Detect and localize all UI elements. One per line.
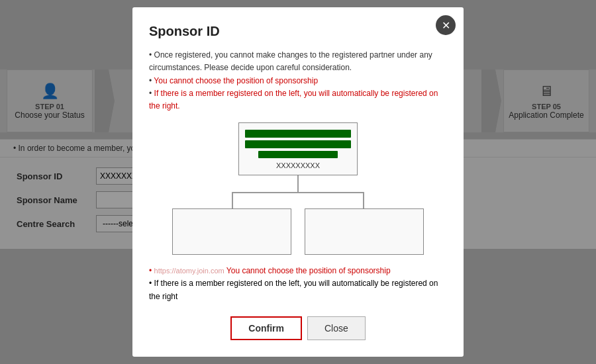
modal-note-3: • If there is a member registered on the… <box>149 87 447 113</box>
tree-connector <box>205 175 391 208</box>
close-button[interactable]: Close <box>307 316 366 340</box>
confirm-button[interactable]: Confirm <box>230 316 302 340</box>
sponsor-id-modal: ✕ Sponsor ID • Once registered, you cann… <box>132 7 464 357</box>
tree-node-id: XXXXXXXXX <box>276 161 320 169</box>
tree-horizontal-wrapper <box>205 192 391 208</box>
tree-top-node: XXXXXXXXX <box>238 122 358 175</box>
tree-diagram: XXXXXXXXX <box>149 122 447 255</box>
tree-node-line-1 <box>245 130 351 138</box>
modal-buttons: Confirm Close <box>149 316 447 340</box>
modal-close-button[interactable]: ✕ <box>436 15 456 35</box>
modal-bottom-note-2: • If there is a member registered on the… <box>149 277 447 302</box>
tree-node-line-2 <box>245 140 351 148</box>
modal-bottom-note-1: • https://atomy.join.com You cannot choo… <box>149 265 447 277</box>
tree-children <box>172 208 424 255</box>
tree-child-right <box>305 208 424 255</box>
tree-v-line-right <box>363 192 364 208</box>
modal-title: Sponsor ID <box>149 24 447 39</box>
tree-vertical-line <box>297 175 299 192</box>
modal-bottom-notes: • https://atomy.join.com You cannot choo… <box>149 265 447 303</box>
modal-overlay: ✕ Sponsor ID • Once registered, you cann… <box>0 0 596 364</box>
tree-child-left <box>172 208 291 255</box>
tree-h-line <box>232 192 364 193</box>
modal-note-1: • Once registered, you cannot make chang… <box>149 49 447 74</box>
tree-node-line-3 <box>258 151 338 159</box>
modal-note-2: • You cannot choose the position of spon… <box>149 75 447 87</box>
tree-v-line-left <box>232 192 233 208</box>
modal-notes: • Once registered, you cannot make chang… <box>149 49 447 113</box>
